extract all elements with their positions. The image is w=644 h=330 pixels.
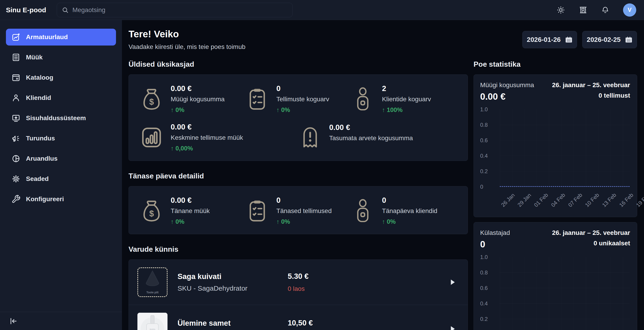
storefront-icon[interactable] xyxy=(579,6,588,14)
main-content: Tere! Veiko Vaadake kiiresti üle, mis te… xyxy=(122,20,644,330)
x-tick: 13 Feb xyxy=(601,192,618,208)
stat-keskmine-tellimuse-muuk: 0.00 € Keskmine tellimuse müük ↑ 0,00% xyxy=(140,123,298,152)
y-tick: 0.8 xyxy=(480,269,493,276)
search-icon xyxy=(62,6,69,14)
droplet-icon xyxy=(142,269,163,290)
chart-current-value: 0 xyxy=(480,239,510,249)
person-badge-icon xyxy=(351,86,375,112)
y-tick: 0.2 xyxy=(480,316,493,322)
date-from-value: 2026-01-26 xyxy=(527,36,560,43)
sidebar-item-kataloog[interactable]: Kataloog xyxy=(6,69,116,86)
stat-klientide-koguarv: 2 Klientide koguarv ↑ 100% xyxy=(351,84,457,114)
stat-delta: ↑ 0% xyxy=(276,107,329,114)
clipboard-icon xyxy=(246,199,269,223)
stat-value: 0 xyxy=(276,84,329,93)
product-image-placeholder: Toote pilt xyxy=(138,267,168,297)
sidebar-item-label: Müük xyxy=(26,54,42,61)
pie-chart-icon xyxy=(12,154,20,163)
chevron-right-icon[interactable] xyxy=(450,279,457,286)
stat-tanapaeva-kliendid: 0 Tänapäeva kliendid ↑ 0% xyxy=(351,196,457,225)
y-tick: 1.0 xyxy=(480,106,493,113)
chart-title: Külastajad xyxy=(480,229,510,236)
date-from-picker[interactable]: 2026-01-26 xyxy=(522,31,577,48)
stat-delta: ↑ 100% xyxy=(382,107,431,114)
dashboard-icon xyxy=(12,32,20,42)
x-tick: 01 Feb xyxy=(533,192,550,208)
chart-gridlines xyxy=(500,110,630,187)
bar-chart-icon xyxy=(140,126,164,149)
sidebar-item-label: Konfigureeri xyxy=(26,195,64,203)
x-axis-labels: 26 Jan 29 Jan 01 Feb 04 Feb 07 Feb 10 Fe… xyxy=(500,191,630,211)
monitor-gear-icon xyxy=(12,114,20,123)
theme-sun-icon[interactable] xyxy=(556,6,565,14)
person-badge-icon xyxy=(351,198,375,223)
svg-text:$: $ xyxy=(149,209,154,218)
sidebar-item-armatuurlaud[interactable]: Armatuurlaud xyxy=(6,29,116,45)
sidebar-item-label: Turundus xyxy=(26,135,55,142)
stat-tanane-muuk: $ 0.00 € Tänane müük ↑ 0% xyxy=(140,196,246,225)
product-name: Ülemine samet xyxy=(178,319,237,328)
today-stats-card: $ 0.00 € Tänane müük ↑ 0% 0 xyxy=(128,186,468,234)
date-to-picker[interactable]: 2026-02-25 xyxy=(582,31,637,48)
y-tick: 0 xyxy=(480,184,493,190)
sidebar-item-kliendid[interactable]: Kliendid xyxy=(6,89,116,106)
chart-current-value: 0.00 € xyxy=(480,92,534,102)
stat-label: Tasumata arvete kogusumma xyxy=(329,135,413,142)
sidebar-collapse-icon[interactable] xyxy=(9,317,18,326)
document-list-icon xyxy=(12,53,20,62)
section-title-general: Üldised üksikasjad xyxy=(128,60,468,68)
y-tick: 0.6 xyxy=(480,285,493,291)
sidebar-item-seaded[interactable]: Seaded xyxy=(6,170,116,187)
stat-value: 2 xyxy=(382,84,431,93)
visitors-chart-plot: 1.0 0.8 0.6 0.4 0.2 0 xyxy=(480,257,630,330)
money-bag-icon: $ xyxy=(140,86,164,112)
product-row[interactable]: SAGAprofessional TOP VELVET Ülemine same… xyxy=(129,305,468,330)
sidebar-item-label: Seaded xyxy=(26,175,49,182)
wrench-icon xyxy=(12,195,20,204)
stat-delta: ↑ 0% xyxy=(382,218,437,225)
calendar-icon xyxy=(625,36,632,43)
stat-label: Tänased tellimused xyxy=(276,207,332,215)
stat-label: Tänane müük xyxy=(171,207,210,215)
sidebar-item-muuk[interactable]: Müük xyxy=(6,49,116,66)
search-input[interactable] xyxy=(72,6,288,14)
stat-value: 0.00 € xyxy=(171,196,210,205)
chart-title: Müügi kogusumma xyxy=(480,81,534,89)
stat-tellimuste-koguarv: 0 Tellimuste koguarv ↑ 0% xyxy=(246,84,351,114)
stat-value: 0.00 € xyxy=(171,123,243,131)
app-brand: Sinu E-pood xyxy=(6,6,46,14)
window-icon xyxy=(12,73,20,82)
svg-text:$: $ xyxy=(149,97,154,106)
chart-period-sub: 0 tellimust xyxy=(552,92,630,99)
notifications-bell-icon[interactable] xyxy=(601,6,609,14)
sidebar-item-aruandlus[interactable]: Aruandlus xyxy=(6,150,116,167)
y-tick: 0.6 xyxy=(480,137,493,144)
sidebar-item-label: Armatuurlaud xyxy=(26,33,68,41)
product-row[interactable]: Toote pilt Saga kuivati SKU - SagaDehydr… xyxy=(129,260,468,305)
sidebar-item-konfigureeri[interactable]: Konfigureeri xyxy=(6,191,116,207)
chart-period: 26. jaanuar – 25. veebruar xyxy=(552,81,630,89)
stat-delta: ↑ 0% xyxy=(171,107,225,114)
stat-label: Keskmine tellimuse müük xyxy=(171,134,243,141)
x-tick: 19 Feb xyxy=(635,192,644,208)
chart-period: 26. jaanuar – 25. veebruar xyxy=(552,229,630,236)
x-tick: 10 Feb xyxy=(584,192,600,208)
money-bag-icon: $ xyxy=(140,198,164,223)
user-avatar[interactable]: V xyxy=(623,3,636,17)
stat-value: 0 xyxy=(276,196,332,205)
gear-icon xyxy=(12,174,20,183)
sidebar-item-turundus[interactable]: Turundus xyxy=(6,130,116,147)
svg-text:SAGA: SAGA xyxy=(150,328,155,330)
x-tick: 07 Feb xyxy=(567,192,584,208)
sidebar-item-label: Kliendid xyxy=(26,94,51,102)
stat-delta: ↑ 0,00% xyxy=(171,145,243,152)
chart-period-sub: 0 unikaalset xyxy=(552,240,630,247)
chevron-right-icon[interactable] xyxy=(450,326,457,330)
global-search[interactable] xyxy=(57,3,292,17)
stat-label: Müügi kogusumma xyxy=(171,96,225,103)
stat-tanased-tellimused: 0 Tänased tellimused ↑ 0% xyxy=(246,196,351,225)
stat-value: 0 xyxy=(382,196,437,205)
sidebar-item-sisuhaldussusteem[interactable]: Sisuhaldussüsteem xyxy=(6,110,116,127)
sidebar: Armatuurlaud Müük Kataloog Kliendid Sisu… xyxy=(0,20,122,330)
chart-gridlines xyxy=(500,257,630,330)
